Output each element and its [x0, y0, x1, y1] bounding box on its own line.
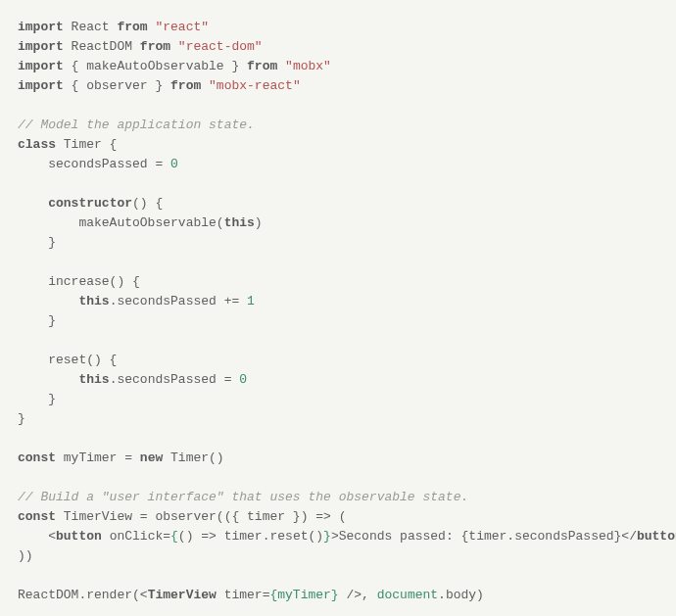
code-token: ReactDOM — [64, 39, 140, 54]
code-token: .secondsPassed = — [110, 372, 240, 387]
code-token: increase() { — [18, 274, 140, 289]
code-token: } — [18, 392, 56, 406]
code-token: { — [170, 529, 178, 544]
code-line: // Build a "user interface" that uses th… — [18, 490, 468, 504]
code-token: import — [18, 20, 64, 34]
code-token: TimerView = observer(({ timer }) => ( — [56, 509, 346, 524]
code-token: this — [78, 294, 109, 308]
code-token: >Seconds passed: {timer.secondsPassed}</ — [331, 529, 637, 544]
code-line: reset() { — [18, 353, 117, 367]
code-token: reset() { — [18, 353, 117, 367]
code-token — [18, 372, 78, 387]
code-token: "react" — [155, 20, 209, 34]
code-line: class Timer { — [18, 137, 117, 152]
code-token: new — [140, 450, 163, 465]
code-token — [277, 59, 285, 73]
code-token: import — [18, 39, 64, 54]
code-token: )) — [18, 548, 33, 563]
code-line: import React from "react" — [18, 20, 209, 34]
code-token: } — [323, 529, 331, 544]
code-token: Timer() — [163, 450, 223, 465]
code-token: timer= — [217, 588, 270, 602]
code-block: import React from "react" import ReactDO… — [18, 18, 658, 605]
code-line — [18, 568, 25, 583]
code-token: {myTimer} — [269, 588, 338, 602]
code-line — [18, 255, 25, 269]
code-token: } — [18, 313, 56, 328]
code-line: this.secondsPassed = 0 — [18, 372, 247, 387]
code-token: myTimer = — [56, 450, 140, 465]
code-line — [18, 333, 25, 348]
code-token: onClick= — [102, 529, 170, 544]
code-line: secondsPassed = 0 — [18, 157, 178, 171]
code-token: this — [224, 215, 255, 230]
code-token: } — [18, 411, 25, 426]
code-token: { makeAutoObservable } — [64, 59, 247, 73]
code-token: document — [377, 588, 438, 602]
code-token: constructor — [48, 196, 132, 211]
code-line: increase() { — [18, 274, 140, 289]
code-line: <button onClick={() => timer.reset()}>Se… — [18, 529, 676, 544]
code-line: )) — [18, 548, 33, 563]
code-token: from — [140, 39, 170, 54]
code-token: button — [56, 529, 102, 544]
code-token: React — [64, 20, 118, 34]
code-token: secondsPassed = — [18, 157, 170, 171]
code-line: makeAutoObservable(this) — [18, 215, 263, 230]
code-line: import { makeAutoObservable } from "mobx… — [18, 59, 331, 73]
code-line — [18, 176, 25, 191]
code-token: } — [18, 235, 56, 250]
code-token: 0 — [239, 372, 247, 387]
code-token: { observer } — [64, 78, 170, 93]
code-line — [18, 470, 25, 485]
code-line: } — [18, 313, 56, 328]
code-token: button — [637, 529, 676, 544]
code-token: .secondsPassed += — [110, 294, 247, 308]
code-token: 0 — [170, 157, 178, 171]
code-line: } — [18, 392, 56, 406]
code-token: makeAutoObservable( — [18, 215, 224, 230]
code-token: import — [18, 78, 64, 93]
code-token — [170, 39, 178, 54]
code-line: const TimerView = observer(({ timer }) =… — [18, 509, 346, 524]
code-token: class — [18, 137, 56, 152]
code-token: from — [247, 59, 277, 73]
code-token: TimerView — [148, 588, 217, 602]
code-line — [18, 98, 25, 113]
code-token: from — [170, 78, 201, 93]
code-token: < — [18, 529, 56, 544]
code-line: } — [18, 235, 56, 250]
code-line: // Model the application state. — [18, 118, 255, 132]
code-token: from — [117, 20, 147, 34]
code-token — [201, 78, 209, 93]
code-token: this — [78, 372, 109, 387]
code-token: const — [18, 509, 56, 524]
code-line: constructor() { — [18, 196, 163, 211]
code-token: // Model the application state. — [18, 118, 255, 132]
code-token: Timer { — [56, 137, 117, 152]
code-token: />, — [339, 588, 377, 602]
code-token: ) — [255, 215, 263, 230]
code-token: import — [18, 59, 64, 73]
code-token — [18, 294, 78, 308]
code-token: // Build a "user interface" that uses th… — [18, 490, 468, 504]
code-token: ReactDOM.render(< — [18, 588, 148, 602]
code-token: () { — [132, 196, 163, 211]
code-line: this.secondsPassed += 1 — [18, 294, 255, 308]
code-token: () => timer.reset() — [178, 529, 323, 544]
code-token: "mobx-react" — [209, 78, 301, 93]
code-token — [18, 196, 48, 211]
code-token: "mobx" — [285, 59, 331, 73]
code-token: const — [18, 450, 56, 465]
code-token: 1 — [247, 294, 255, 308]
code-line — [18, 431, 25, 446]
code-line: ReactDOM.render(<TimerView timer={myTime… — [18, 588, 484, 602]
code-line: import ReactDOM from "react-dom" — [18, 39, 263, 54]
code-line: } — [18, 411, 25, 426]
code-token: .body) — [438, 588, 484, 602]
code-line: const myTimer = new Timer() — [18, 450, 224, 465]
code-token: "react-dom" — [178, 39, 263, 54]
code-line: import { observer } from "mobx-react" — [18, 78, 301, 93]
